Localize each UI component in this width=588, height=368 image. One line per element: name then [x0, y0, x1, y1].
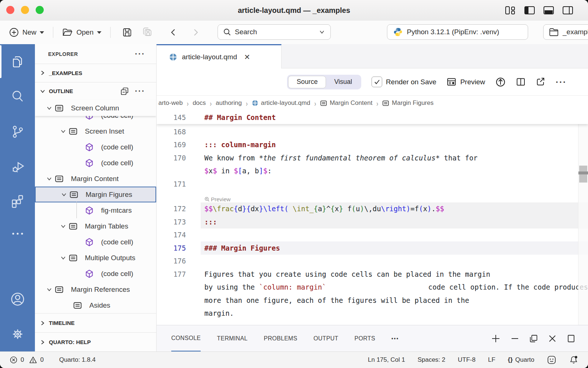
breadcrumb-item[interactable]: Margin Content: [320, 99, 372, 107]
sticky-code-line[interactable]: 145## Margin Content: [157, 110, 588, 124]
feedback-button[interactable]: [547, 355, 556, 365]
chevron-down-icon[interactable]: [44, 286, 55, 293]
outline-item[interactable]: Margin References: [35, 282, 156, 297]
interpreter-selector[interactable]: Python 3.12.1 (PipEnv: .venv): [387, 24, 528, 40]
language-mode-status[interactable]: {} Quarto: [508, 356, 534, 364]
panel-minimize-icon[interactable]: [511, 337, 519, 340]
render-on-save-checkbox[interactable]: [372, 77, 382, 87]
customize-layout-icon[interactable]: [505, 6, 516, 15]
publish-button[interactable]: [495, 77, 506, 87]
visual-mode-button[interactable]: Visual: [326, 76, 360, 88]
sidebar-item-extensions[interactable]: [0, 184, 35, 219]
panel-tab-output[interactable]: OUTPUT: [313, 325, 338, 351]
breadcrumb-item[interactable]: article-layout.qmd: [252, 99, 310, 107]
panel-tab-console[interactable]: CONSOLE: [171, 325, 201, 351]
code-line[interactable]: 176: [157, 255, 588, 268]
panel-tab-ports[interactable]: PORTS: [355, 325, 375, 351]
code-line[interactable]: more than one figure, each of the figure…: [157, 294, 588, 307]
panel-maximize-icon[interactable]: [567, 334, 576, 343]
cursor-position-status[interactable]: Ln 175, Col 1: [368, 356, 405, 364]
account-button[interactable]: [0, 282, 35, 316]
outline-item[interactable]: (code cell): [35, 139, 156, 155]
outline-item[interactable]: Screen Column: [35, 100, 156, 116]
tab-close-icon[interactable]: ✕: [244, 53, 250, 61]
forward-button[interactable]: [190, 26, 201, 39]
editor-more-icon[interactable]: ···: [556, 77, 567, 87]
indentation-status[interactable]: Spaces: 2: [417, 356, 445, 364]
open-external-button[interactable]: [536, 77, 545, 86]
panel-tab-terminal[interactable]: TERMINAL: [217, 325, 247, 351]
encoding-status[interactable]: UTF-8: [458, 356, 476, 364]
outline-item[interactable]: Screen Inset: [35, 123, 156, 139]
source-mode-button[interactable]: Source: [288, 76, 326, 88]
outline-item[interactable]: fig-mtcars: [35, 202, 156, 218]
quarto-version-status[interactable]: Quarto: 1.8.4: [59, 356, 96, 364]
sidebar-item-source-control[interactable]: [0, 114, 35, 149]
section-outline[interactable]: OUTLINE ···: [35, 82, 156, 100]
outline-item[interactable]: Margin Figures: [35, 187, 156, 202]
outline-item[interactable]: (code cell): [35, 234, 156, 250]
toggle-right-panel-icon[interactable]: [562, 6, 573, 15]
chevron-down-icon[interactable]: [58, 223, 69, 230]
split-editor-button[interactable]: [516, 77, 526, 86]
panel-more-icon[interactable]: •••: [391, 336, 399, 342]
chevron-down-icon[interactable]: [58, 254, 69, 262]
explorer-more-icon[interactable]: ···: [135, 52, 145, 56]
search-dropdown-chevron-icon[interactable]: [319, 30, 325, 34]
preview-lens-link[interactable]: Preview: [204, 196, 230, 202]
code-line[interactable]: $x$ in $[a, b]$:: [157, 164, 588, 178]
sidebar-item-more[interactable]: [0, 219, 35, 248]
project-selector[interactable]: _examples: [543, 24, 588, 40]
sidebar-item-run-debug[interactable]: [0, 149, 35, 184]
outline-item[interactable]: Asides: [35, 297, 156, 313]
eol-status[interactable]: LF: [488, 356, 495, 364]
save-button[interactable]: [121, 25, 133, 39]
code-editor[interactable]: 145## Margin Content168169::: column-mar…: [157, 110, 588, 325]
save-all-button[interactable]: [141, 25, 154, 39]
breadcrumb-item[interactable]: docs: [193, 99, 206, 107]
panel-close-icon[interactable]: [548, 335, 556, 343]
tab-article-layout[interactable]: article-layout.qmd ✕: [157, 44, 282, 68]
code-line[interactable]: 175### Margin Figures: [157, 241, 588, 255]
code-line[interactable]: margin.: [157, 307, 588, 320]
notifications-button[interactable]: [569, 355, 578, 365]
outline-item[interactable]: (code cell): [35, 155, 156, 171]
breadcrumb-item[interactable]: arto-web: [158, 99, 183, 107]
new-button[interactable]: New: [8, 26, 45, 39]
toggle-bottom-panel-icon[interactable]: [543, 6, 554, 15]
panel-new-icon[interactable]: [491, 334, 501, 343]
chevron-down-icon[interactable]: [58, 128, 69, 135]
outline-item[interactable]: (code cell): [35, 266, 156, 282]
section-timeline[interactable]: TIMELINE: [35, 313, 156, 332]
panel-tab-problems[interactable]: PROBLEMS: [264, 325, 297, 351]
code-line[interactable]: 174: [157, 229, 588, 242]
back-button[interactable]: [168, 26, 179, 39]
outline-item[interactable]: Margin Tables: [35, 218, 156, 234]
breadcrumb-item[interactable]: authoring: [216, 99, 242, 107]
sidebar-item-search[interactable]: [0, 79, 35, 114]
code-line[interactable]: 172$$\frac{d}{dx}\left( \int_{a}^{x} f(u…: [157, 202, 588, 216]
code-line[interactable]: 177Figures that you create using code ce…: [157, 268, 588, 281]
outline-item[interactable]: (code cell): [35, 116, 156, 123]
breadcrumb-item[interactable]: Margin Figures: [382, 99, 433, 107]
editor-scrollbar[interactable]: [578, 110, 588, 325]
chevron-down-icon[interactable]: [58, 191, 69, 198]
chevron-down-icon[interactable]: [44, 175, 55, 183]
outline-item[interactable]: Margin Content: [35, 171, 156, 187]
toggle-left-panel-icon[interactable]: [524, 6, 535, 15]
open-button[interactable]: Open: [61, 26, 102, 39]
code-line[interactable]: 171: [157, 177, 588, 191]
problems-status[interactable]: 0 0: [10, 356, 44, 364]
code-line[interactable]: by using the `column: margin` code cell …: [157, 281, 588, 294]
panel-restore-icon[interactable]: [529, 334, 538, 343]
outline-more-icon[interactable]: ···: [135, 89, 145, 93]
search-input[interactable]: Search: [218, 24, 331, 40]
code-line[interactable]: 170We know from *the first fundamental t…: [157, 151, 588, 164]
render-on-save-control[interactable]: Render on Save: [372, 77, 436, 87]
preview-button[interactable]: Preview: [447, 77, 485, 86]
sidebar-item-explorer[interactable]: [0, 44, 35, 79]
section-examples[interactable]: _EXAMPLES: [35, 64, 156, 82]
chevron-down-icon[interactable]: [44, 105, 55, 112]
code-line[interactable]: 169::: column-margin: [157, 138, 588, 152]
settings-button[interactable]: [0, 316, 35, 351]
